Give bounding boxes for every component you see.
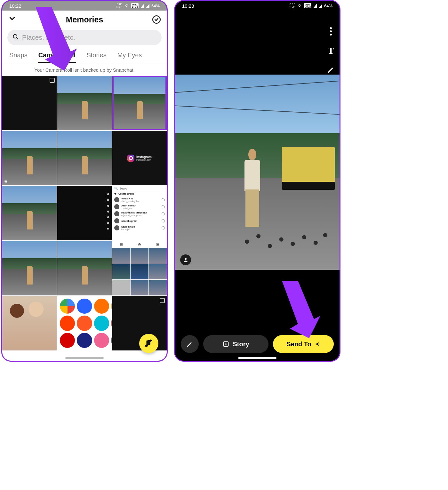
camera-roll-grid: ◉ instagram instagram.com 🔍Search ✚Creat… [2, 76, 167, 350]
instagram-icon [127, 155, 134, 162]
status-bar: 10:23 0.16 KB/S Vo▶1LTE 2 64% [175, 1, 340, 11]
memories-header: Memories [2, 11, 167, 28]
svg-marker-11 [282, 281, 320, 338]
grid-cell[interactable] [57, 131, 112, 185]
lte-badge: Vo▶1LTE 2 [304, 3, 311, 8]
fullscreen-icon [160, 298, 165, 303]
status-bar: 10:22 0.06 KB/S Vo▶1LTE 2 64% [2, 1, 167, 11]
grid-cell[interactable] [2, 76, 57, 130]
signal-icon-2 [319, 4, 322, 8]
photo-preview[interactable] [175, 75, 340, 270]
story-icon [222, 341, 229, 348]
tab-camera-roll[interactable]: Camera Roll [38, 50, 76, 63]
grid-cell[interactable] [57, 76, 112, 130]
phone-right-editor: 10:23 0.16 KB/S Vo▶1LTE 2 64% T [174, 0, 340, 362]
grid-cell-apps[interactable] [57, 296, 112, 350]
grid-cell-contacts[interactable]: 🔍Search ✚Create group Vikas K Nvikas_kan… [112, 186, 167, 240]
status-right: 0.16 KB/S Vo▶1LTE 2 64% [289, 3, 332, 9]
svg-point-1 [13, 34, 17, 38]
annotation-arrow-icon [272, 281, 320, 338]
signal-icon-2 [146, 4, 149, 8]
camera-icon: ◉ [4, 179, 7, 183]
svg-line-2 [17, 37, 18, 39]
grid-cell[interactable] [57, 186, 112, 240]
story-button[interactable]: Story [203, 335, 268, 353]
status-kbs: 0.06 KB/S [116, 3, 123, 9]
lte-badge: Vo▶1LTE 2 [131, 3, 139, 8]
svg-point-9 [185, 258, 187, 260]
grid-cell-gallery[interactable]: ▦◓▣ [112, 241, 167, 295]
fullscreen-icon [50, 78, 55, 83]
signal-icon-1 [313, 4, 317, 8]
edit-button[interactable] [181, 335, 199, 353]
send-to-button[interactable]: Send To [273, 335, 334, 353]
wifi-icon [297, 4, 302, 8]
send-label: Send To [286, 341, 311, 348]
grid-cell[interactable]: ◉ [2, 131, 57, 185]
backup-notice: Your Camera Roll isn't backed up by Snap… [2, 63, 167, 76]
more-icon[interactable] [325, 26, 336, 37]
bottom-action-bar: Story Send To [175, 335, 340, 353]
tab-stories[interactable]: Stories [86, 50, 107, 63]
phone-left-memories: 10:22 0.06 KB/S Vo▶1LTE 2 64% Memories [1, 0, 168, 362]
svg-point-6 [330, 34, 332, 36]
svg-point-5 [330, 30, 332, 32]
battery-text: 64% [324, 4, 332, 8]
status-kbs: 0.16 KB/S [289, 3, 295, 9]
status-time: 10:23 [182, 3, 194, 9]
tabs-row: Snaps Camera Roll Stories My Eyes [2, 48, 167, 63]
text-tool-icon[interactable]: T [325, 45, 336, 56]
grid-cell[interactable] [2, 241, 57, 295]
search-input[interactable]: Places, Lens, etc. [7, 30, 162, 45]
page-title: Memories [66, 15, 103, 24]
grid-cell[interactable] [57, 241, 112, 295]
status-right: 0.06 KB/S Vo▶1LTE 2 64% [116, 3, 160, 9]
tag-people-icon[interactable] [180, 254, 191, 265]
nav-pill[interactable] [238, 357, 276, 359]
tab-my-eyes[interactable]: My Eyes [117, 50, 143, 63]
send-arrow-icon [315, 341, 320, 347]
svg-point-4 [330, 27, 332, 29]
select-mode-icon[interactable] [152, 15, 161, 24]
grid-cell-selected[interactable] [112, 76, 167, 130]
grid-cell[interactable]: instagram instagram.com [112, 131, 167, 185]
status-time: 10:22 [9, 3, 21, 9]
chevron-down-icon[interactable] [8, 14, 16, 25]
search-icon [12, 34, 19, 42]
tab-snaps[interactable]: Snaps [9, 50, 28, 63]
grid-cell[interactable] [2, 186, 57, 240]
grid-cell[interactable] [2, 296, 57, 350]
story-label: Story [233, 341, 249, 348]
wifi-icon [124, 4, 129, 8]
search-icon: 🔍 [114, 187, 118, 190]
nav-pill[interactable] [65, 357, 104, 359]
search-placeholder: Places, Lens, etc. [22, 34, 75, 41]
battery-text: 64% [151, 4, 160, 8]
signal-icon-1 [140, 4, 144, 8]
add-music-fab[interactable] [139, 334, 158, 353]
draw-tool-icon[interactable] [325, 64, 336, 75]
